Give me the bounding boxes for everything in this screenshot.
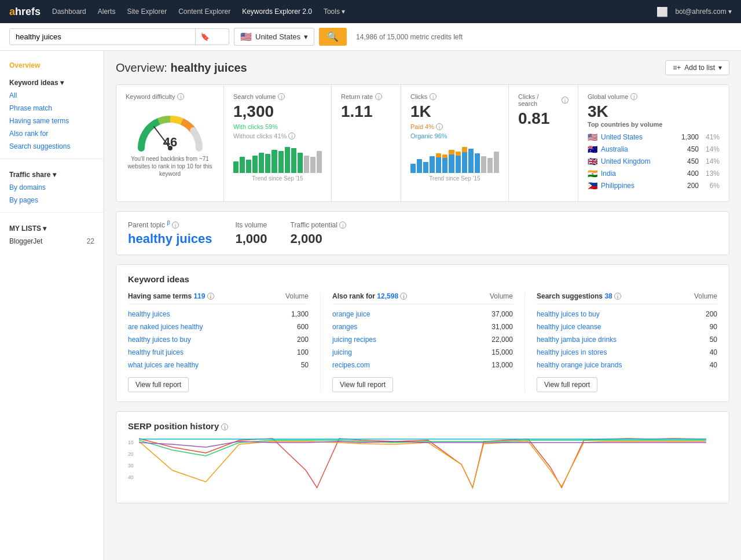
sv-bar: [259, 153, 264, 173]
nav-keywords-explorer[interactable]: Keywords Explorer 2.0: [242, 8, 312, 16]
also-rank-header: Also rank for 12,598 i Volume: [332, 292, 513, 304]
idea-volume: 50: [301, 361, 309, 369]
bookmark-icon[interactable]: 🔖: [195, 29, 214, 45]
idea-keyword-link[interactable]: orange juice: [332, 310, 370, 318]
country-name-link[interactable]: Philippines: [601, 182, 672, 190]
logo: ahrefs: [9, 6, 41, 18]
idea-keyword-link[interactable]: what juices are healthy: [128, 361, 199, 369]
country-name-link[interactable]: India: [601, 170, 672, 178]
nav-alerts[interactable]: Alerts: [98, 8, 116, 16]
idea-volume: 31,000: [491, 323, 513, 331]
sv-bar: [233, 161, 239, 173]
nav-content-explorer[interactable]: Content Explorer: [178, 8, 230, 16]
sidebar-item-also-rank-for[interactable]: Also rank for: [0, 127, 104, 140]
sidebar-list-bloggerjet: BloggerJet 22: [0, 235, 104, 248]
sv-bar: [272, 150, 277, 173]
keyword-ideas-title: Keyword ideas: [128, 274, 717, 284]
parent-topic-row: Parent topic β i healthy juices Its volu…: [116, 211, 729, 255]
idea-keyword-link[interactable]: healthy fruit juices: [128, 348, 184, 356]
clicks-label: Clicks i: [410, 93, 499, 100]
idea-keyword-link[interactable]: are naked juices healthy: [128, 323, 203, 331]
sidebar: Overview Keyword ideas ▾ All Phrase matc…: [0, 51, 104, 560]
gv-info-icon[interactable]: i: [630, 93, 637, 100]
idea-keyword-link[interactable]: healthy juices to buy: [128, 336, 191, 344]
sv-woc-info-icon[interactable]: i: [288, 132, 295, 139]
country-pct: 14%: [702, 157, 720, 165]
idea-keyword-link[interactable]: healthy orange juice brands: [537, 361, 622, 369]
sidebar-item-phrase-match[interactable]: Phrase match: [0, 102, 104, 115]
search-volume-card: Search volume i 1,300 With clicks 59% Wi…: [224, 85, 332, 201]
sv-bar: [265, 154, 270, 173]
svg-text:30: 30: [128, 463, 134, 469]
idea-keyword-link[interactable]: recipes.com: [332, 361, 370, 369]
sv-with-clicks: With clicks 59%: [233, 123, 322, 130]
idea-row: juicing 15,000: [332, 346, 513, 359]
sv-info-icon[interactable]: i: [278, 93, 285, 100]
pt-info-icon[interactable]: i: [172, 222, 179, 229]
country-name-link[interactable]: Australia: [601, 145, 672, 153]
user-menu[interactable]: bot@ahrefs.com ▾: [675, 8, 732, 16]
idea-keyword-link[interactable]: healthy jamba juice drinks: [537, 336, 617, 344]
search-input[interactable]: [10, 29, 195, 45]
nav-site-explorer[interactable]: Site Explorer: [127, 8, 167, 16]
rr-info-icon[interactable]: i: [375, 93, 382, 100]
idea-row: healthy juice cleanse 90: [537, 320, 717, 333]
kd-info-icon[interactable]: i: [177, 93, 184, 100]
country-name-link[interactable]: United States: [601, 133, 672, 141]
idea-keyword-link[interactable]: oranges: [332, 323, 357, 331]
parent-topic-label: Parent topic β i: [128, 220, 212, 229]
main-content: Overview: healthy juices ≡+ Add to list …: [104, 51, 741, 560]
sidebar-keyword-ideas-section[interactable]: Keyword ideas ▾: [0, 73, 104, 89]
ss-view-report[interactable]: View full report: [537, 377, 597, 392]
ss-info[interactable]: i: [614, 293, 621, 300]
sidebar-traffic-share-section[interactable]: Traffic share ▾: [0, 165, 104, 181]
parent-topic-value[interactable]: healthy juices: [128, 231, 212, 246]
search-suggestions-col: Search suggestions 38 i Volume healthy j…: [537, 292, 717, 392]
country-name: United States: [255, 32, 300, 41]
sv-bar: [304, 156, 309, 173]
sv-bar: [310, 157, 316, 173]
cps-info-icon[interactable]: i: [562, 97, 568, 104]
rr-value: 1.11: [341, 102, 391, 121]
same-terms-view-report[interactable]: View full report: [128, 377, 189, 392]
country-name-link[interactable]: United Kingdom: [601, 157, 672, 165]
search-button[interactable]: 🔍: [319, 28, 347, 46]
clicks-paid-info[interactable]: i: [436, 123, 443, 130]
country-flag: 🇺🇸: [240, 31, 252, 42]
idea-keyword-link[interactable]: healthy juices to buy: [537, 310, 600, 318]
nav-dashboard[interactable]: Dashboard: [52, 8, 86, 16]
add-to-list-button[interactable]: ≡+ Add to list ▾: [665, 60, 729, 75]
clicks-info-icon[interactable]: i: [430, 93, 436, 100]
sidebar-item-all[interactable]: All: [0, 89, 104, 102]
st-info[interactable]: i: [207, 293, 214, 300]
country-selector[interactable]: 🇺🇸 United States ▾: [234, 28, 314, 46]
serp-info[interactable]: i: [221, 423, 228, 430]
country-volume: 450: [676, 157, 699, 165]
clicks-bar: [468, 149, 474, 173]
idea-keyword-link[interactable]: healthy juices in stores: [537, 348, 607, 356]
svg-text:46: 46: [163, 135, 177, 149]
also-rank-view-report[interactable]: View full report: [332, 377, 393, 392]
pt-traffic-label: Traffic potential i: [291, 221, 347, 229]
sidebar-item-by-domains[interactable]: By domains: [0, 181, 104, 194]
sv-bar: [252, 156, 258, 173]
sidebar-item-having-same-terms[interactable]: Having same terms: [0, 115, 104, 127]
serp-title: SERP position history i: [128, 421, 717, 431]
sv-bar: [298, 153, 303, 173]
idea-keyword-link[interactable]: healthy juices: [128, 310, 170, 318]
idea-keyword-link[interactable]: healthy juice cleanse: [537, 323, 601, 331]
chevron-down-icon: ▾: [304, 32, 308, 41]
sidebar-overview[interactable]: Overview: [0, 58, 104, 73]
sidebar-my-lists-section[interactable]: MY LISTS ▾: [0, 219, 104, 235]
also-rank-list: orange juice 37,000 oranges 31,000 juici…: [332, 308, 513, 371]
idea-keyword-link[interactable]: juicing recipes: [332, 336, 376, 344]
sidebar-item-by-pages[interactable]: By pages: [0, 194, 104, 207]
ideas-grid: Having same terms 119 i Volume healthy j…: [128, 292, 717, 392]
list-name[interactable]: BloggerJet: [9, 237, 42, 245]
sidebar-item-search-suggestions[interactable]: Search suggestions: [0, 140, 104, 153]
pt-traffic-info[interactable]: i: [339, 222, 346, 229]
ar-info[interactable]: i: [400, 293, 407, 300]
same-terms-title: Having same terms 119 i: [128, 292, 214, 300]
nav-tools[interactable]: Tools ▾: [324, 8, 345, 16]
idea-keyword-link[interactable]: juicing: [332, 348, 352, 356]
